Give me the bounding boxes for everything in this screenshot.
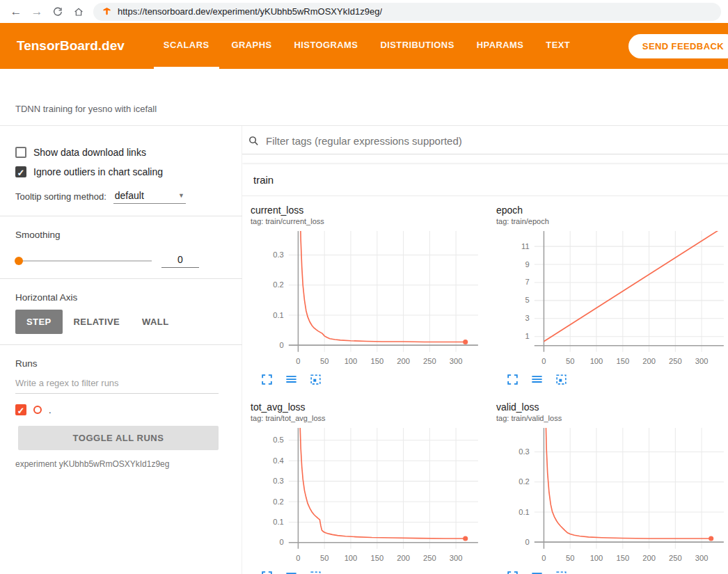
tensorboard-favicon-icon: [102, 6, 112, 17]
tooltip-sorting-value: default: [115, 190, 144, 201]
divider: [0, 216, 242, 216]
toggle-lines-icon[interactable]: [530, 570, 544, 574]
svg-text:300: 300: [450, 554, 463, 562]
divider: [0, 344, 242, 345]
tab-hparams[interactable]: HPARAMS: [467, 23, 534, 69]
svg-text:0: 0: [296, 357, 300, 365]
svg-text:5: 5: [525, 296, 530, 304]
chart-tag: tag: train/epoch: [496, 217, 728, 225]
app-header: TensorBoard.dev SCALARSGRAPHSHISTOGRAMSD…: [0, 23, 728, 69]
experiment-description: TDNN training for yesno with icefall: [15, 104, 157, 114]
runs-filter-input[interactable]: [15, 373, 219, 394]
tab-text[interactable]: TEXT: [536, 23, 580, 69]
horizontal-axis-label: Horizontal Axis: [15, 292, 242, 303]
tooltip-sorting-select[interactable]: default ▼: [113, 189, 186, 204]
svg-text:0.2: 0.2: [273, 497, 284, 506]
fit-domain-icon[interactable]: [555, 373, 568, 386]
svg-text:100: 100: [345, 357, 358, 365]
tag-filter-input[interactable]: [266, 135, 728, 147]
svg-text:0.2: 0.2: [519, 477, 530, 486]
svg-text:9: 9: [525, 260, 530, 269]
send-feedback-button[interactable]: SEND FEEDBACK: [628, 34, 728, 58]
svg-text:0.1: 0.1: [273, 311, 284, 319]
chart-plot[interactable]: 05010015020025030000.10.20.30.40.5: [251, 424, 484, 568]
svg-text:0.5: 0.5: [273, 436, 284, 444]
axis-buttons: STEPRELATIVEWALL: [15, 310, 242, 334]
smoothing-label: Smoothing: [15, 230, 242, 240]
chart-plot[interactable]: 05010015020025030000.10.20.3: [496, 424, 728, 568]
run-color-swatch-icon: [33, 406, 42, 414]
fullscreen-icon[interactable]: [260, 570, 274, 574]
chart-tag: tag: train/valid_loss: [496, 414, 728, 422]
fullscreen-icon[interactable]: [260, 373, 274, 386]
brand-logo[interactable]: TensorBoard.dev: [17, 23, 125, 69]
svg-text:150: 150: [371, 357, 384, 365]
run-checkbox[interactable]: [15, 404, 26, 415]
svg-text:0: 0: [541, 554, 546, 562]
svg-text:3: 3: [525, 314, 530, 322]
run-row: .: [15, 401, 242, 419]
show-download-links-checkbox[interactable]: [15, 147, 26, 158]
fit-domain-icon[interactable]: [555, 570, 568, 574]
svg-text:300: 300: [695, 554, 709, 562]
svg-text:0: 0: [541, 357, 546, 365]
svg-text:7: 7: [525, 278, 530, 286]
tab-scalars[interactable]: SCALARS: [154, 23, 219, 69]
svg-text:300: 300: [695, 357, 709, 365]
charts-grid: current_loss tag: train/current_loss 050…: [242, 196, 728, 574]
fullscreen-icon[interactable]: [506, 570, 519, 574]
svg-text:200: 200: [397, 357, 410, 365]
scalar-chart-card: current_loss tag: train/current_loss 050…: [251, 205, 484, 390]
url-text: https://tensorboard.dev/experiment/yKUbh…: [118, 6, 382, 17]
svg-text:100: 100: [590, 357, 603, 365]
axis-relative-button[interactable]: RELATIVE: [63, 310, 132, 334]
fit-domain-icon[interactable]: [309, 373, 322, 386]
reload-icon[interactable]: [49, 3, 67, 21]
chart-actions: [496, 372, 728, 390]
svg-text:200: 200: [642, 554, 656, 562]
axis-wall-button[interactable]: WALL: [131, 310, 180, 334]
nav-tabs: SCALARSGRAPHSHISTOGRAMSDISTRIBUTIONSHPAR…: [154, 23, 580, 69]
back-icon[interactable]: ←: [7, 3, 25, 21]
chevron-down-icon: ▼: [178, 192, 184, 199]
smoothing-value[interactable]: 0: [161, 254, 199, 268]
svg-text:100: 100: [345, 554, 358, 562]
fullscreen-icon[interactable]: [506, 373, 519, 386]
ignore-outliers-checkbox[interactable]: [15, 166, 26, 177]
chart-actions: [251, 568, 484, 574]
toggle-lines-icon[interactable]: [285, 373, 298, 386]
chart-actions: [496, 568, 728, 574]
fit-domain-icon[interactable]: [309, 570, 322, 574]
svg-text:150: 150: [617, 554, 630, 562]
tag-group-header[interactable]: train: [242, 164, 728, 196]
toggle-all-runs-button[interactable]: TOGGLE ALL RUNS: [18, 426, 219, 450]
svg-text:0.3: 0.3: [273, 477, 284, 485]
chart-tag: tag: train/tot_avg_loss: [251, 414, 484, 422]
toggle-lines-icon[interactable]: [285, 570, 298, 574]
tab-graphs[interactable]: GRAPHS: [222, 23, 282, 69]
chart-plot[interactable]: 05010015020025030000.10.20.3: [251, 227, 484, 372]
chart-title: epoch: [496, 205, 728, 216]
smoothing-slider[interactable]: [15, 260, 152, 262]
toggle-lines-icon[interactable]: [530, 373, 544, 386]
svg-text:50: 50: [566, 554, 574, 562]
runs-list: .: [15, 401, 242, 419]
home-icon[interactable]: [70, 3, 88, 21]
chart-title: current_loss: [251, 205, 484, 216]
tag-filter-row: [242, 130, 728, 154]
svg-text:0: 0: [296, 554, 300, 562]
main-content: train current_loss tag: train/current_lo…: [242, 126, 728, 574]
ignore-outliers-label: Ignore outliers in chart scaling: [33, 166, 163, 177]
svg-text:50: 50: [320, 357, 329, 365]
svg-text:250: 250: [669, 357, 682, 365]
svg-text:0.3: 0.3: [519, 447, 530, 456]
slider-thumb[interactable]: [15, 257, 23, 265]
chart-plot[interactable]: 0501001502002503001357911: [496, 227, 728, 372]
browser-toolbar: ← → https://tensorboard.dev/experiment/y…: [0, 0, 728, 23]
scalar-chart-card: valid_loss tag: train/valid_loss 0501001…: [496, 401, 728, 574]
forward-icon[interactable]: →: [28, 3, 46, 21]
tab-histograms[interactable]: HISTOGRAMS: [285, 23, 368, 69]
address-bar[interactable]: https://tensorboard.dev/experiment/yKUbh…: [93, 3, 721, 21]
tab-distributions[interactable]: DISTRIBUTIONS: [370, 23, 464, 69]
axis-step-button[interactable]: STEP: [15, 310, 63, 334]
